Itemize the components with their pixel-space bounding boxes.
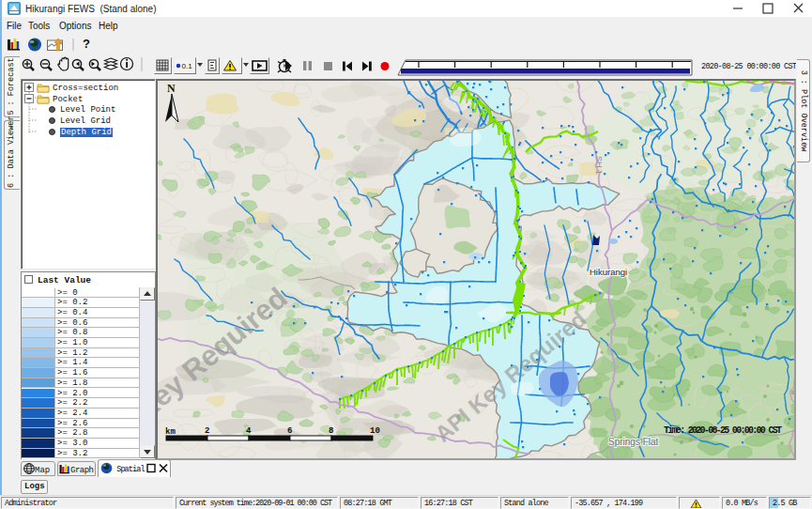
svg-text:Time: 2020-08-25 00:00:00 CST: Time: 2020-08-25 00:00:00 CST [664,425,782,436]
svg-text:0.1: 0.1 [182,62,193,70]
svg-text:N: N [167,82,176,95]
svg-text:10: 10 [370,426,380,436]
svg-text:4: 4 [246,426,252,436]
svg-text:Hikurangi: Hikurangi [590,267,627,277]
svg-text:6: 6 [287,426,292,436]
svg-text:SH 1: SH 1 [594,156,604,175]
svg-text:Springs Flat: Springs Flat [608,437,659,447]
svg-text:8: 8 [329,426,333,436]
svg-text:2: 2 [205,426,209,436]
